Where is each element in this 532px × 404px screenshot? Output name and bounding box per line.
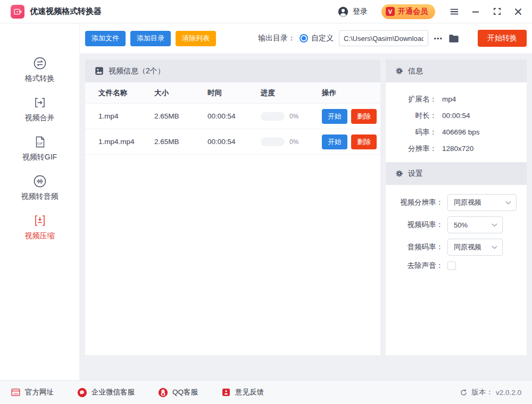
add-file-button[interactable]: 添加文件 [85,31,126,46]
file-time: 00:00:54 [207,138,261,146]
info-label: 码率： [386,128,437,137]
audio-bitrate-select[interactable]: 同原视频 [447,239,503,256]
login-button[interactable]: 登录 [337,6,368,18]
info-label: 分辨率： [386,144,437,154]
content-area: 添加文件 添加目录 清除列表 输出目录： 自定义 ⋯ 开始转换 [80,23,532,380]
chevron-down-icon [492,223,497,227]
video-info-icon [95,66,104,75]
col-time: 时间 [207,88,261,98]
close-button[interactable] [514,7,522,16]
gif-file-icon: GIF [33,135,47,149]
app-title: 优速视频格式转换器 [30,6,102,16]
info-value: 406696 bps [442,128,480,136]
login-label: 登录 [353,7,368,16]
maximize-icon [493,7,501,15]
official-site-link[interactable]: .com 官方网址 [11,388,54,397]
settings-section-title: 设置 [408,169,423,179]
audio-wave-icon [33,174,47,188]
file-size: 2.65MB [154,112,207,120]
file-size: 2.65MB [154,138,207,146]
resolution-select[interactable]: 同原视频 [447,194,517,211]
audio-bitrate-label: 音频码率： [386,242,443,252]
details-panel: 信息 扩展名： mp4 时长： 00:00:54 码率： [386,60,527,355]
browse-more-button[interactable]: ⋯ [434,33,443,44]
settings-section-header: 设置 [386,162,527,185]
output-dir-label: 输出目录： [258,33,295,43]
progress-cell: 0% [261,138,322,146]
website-icon: .com [11,388,21,397]
sidebar: 格式转换 视频合并 GIF 视频转GIF [0,23,80,380]
sidebar-item-video-to-audio[interactable]: 视频转音频 [21,174,59,201]
toolbar: 添加文件 添加目录 清除列表 输出目录： 自定义 ⋯ 开始转换 [80,23,532,53]
maximize-button[interactable] [493,7,501,16]
progress-bar [261,138,285,146]
workspace: 视频信息（2个） 文件名称 大小 时间 进度 操作 1.mp4 2.65MB 0… [80,53,532,380]
resolution-label: 视频分辨率： [386,198,443,207]
start-row-button[interactable]: 开始 [322,134,347,149]
add-directory-button[interactable]: 添加目录 [130,31,171,46]
svg-text:GIF: GIF [37,141,43,145]
custom-dir-radio[interactable] [300,34,308,43]
chevron-down-icon [492,246,497,249]
mute-checkbox[interactable] [447,262,456,270]
sidebar-item-video-to-gif[interactable]: GIF 视频转GIF [22,135,57,162]
files-panel-header: 视频信息（2个） [85,60,380,82]
gear-icon [395,67,403,75]
file-name: 1.mp4 [98,112,154,120]
minimize-button[interactable] [471,7,480,16]
version-info: 版本：v2.0.2.0 [460,388,521,397]
mute-label: 去除声音： [386,261,443,271]
progress-bar [261,112,285,121]
files-panel-title: 视频信息（2个） [109,66,165,76]
file-name: 1.mp4.mp4 [98,138,154,146]
feedback-link[interactable]: 意见反馈 [221,388,264,397]
col-filename: 文件名称 [98,88,154,98]
titlebar-left: 优速视频格式转换器 [11,5,102,19]
clear-list-button[interactable]: 清除列表 [176,31,216,46]
col-size: 大小 [154,88,207,98]
delete-row-button[interactable]: 删除 [351,134,377,149]
video-bitrate-label: 视频码率： [386,220,443,230]
open-vip-button[interactable]: V 开通会员 [381,4,435,19]
video-compress-icon [33,214,47,228]
format-convert-icon [33,56,47,70]
col-progress: 进度 [261,88,322,98]
delete-row-button[interactable]: 删除 [351,109,377,124]
minimize-icon [472,8,479,15]
wechat-support-link[interactable]: 企业微信客服 [77,388,135,398]
table-header-row: 文件名称 大小 时间 进度 操作 [85,82,380,104]
sidebar-item-video-merge[interactable]: 视频合并 [25,96,55,123]
gear-icon [395,170,403,178]
titlebar: 优速视频格式转换器 登录 V 开通会员 [0,0,532,23]
table-row[interactable]: 1.mp4.mp4 2.65MB 00:00:54 0% 开始 删除 [85,129,380,155]
wechat-icon [77,388,87,398]
custom-dir-label: 自定义 [311,33,334,43]
close-icon [514,8,522,15]
info-value: 1280x720 [442,145,473,153]
open-folder-button[interactable] [448,33,460,44]
info-rows: 扩展名： mp4 时长： 00:00:54 码率： 406696 bps 分 [386,82,527,162]
start-row-button[interactable]: 开始 [322,109,347,124]
qq-support-link[interactable]: QQ客服 [158,388,198,398]
menu-button[interactable] [450,7,459,16]
sidebar-item-video-compress[interactable]: 视频压缩 [25,214,55,241]
info-label: 时长： [386,111,437,121]
info-label: 扩展名： [386,95,437,104]
vip-icon: V [386,7,395,16]
file-time: 00:00:54 [207,112,261,120]
video-bitrate-select[interactable]: 50% [447,216,503,233]
output-path-input[interactable] [339,30,428,46]
svg-text:.com: .com [13,392,19,395]
hamburger-icon [450,8,459,15]
refresh-icon [460,389,468,397]
app-logo-icon [11,5,24,19]
chevron-down-icon [505,201,511,205]
start-convert-button[interactable]: 开始转换 [478,30,527,47]
sidebar-item-format-convert[interactable]: 格式转换 [25,56,55,83]
table-row[interactable]: 1.mp4 2.65MB 00:00:54 0% 开始 删除 [85,104,380,129]
progress-cell: 0% [261,112,322,121]
app-window: 优速视频格式转换器 登录 V 开通会员 [0,0,532,404]
info-value: mp4 [442,95,456,103]
progress-percent: 0% [289,113,298,120]
info-section-header: 信息 [386,60,527,82]
